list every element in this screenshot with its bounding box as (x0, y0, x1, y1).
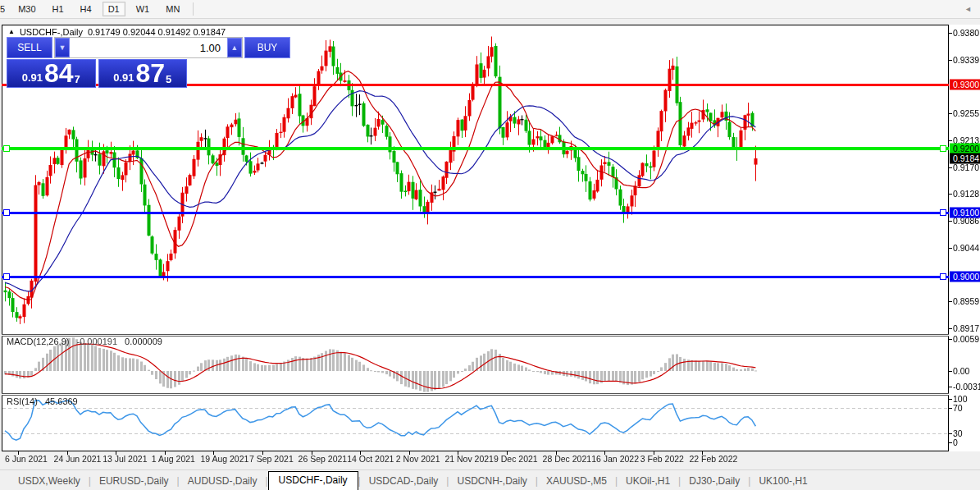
price-tick-mark (949, 221, 952, 222)
indicator-tick-mark (949, 399, 952, 400)
macd-signal-value: 0.000009 (125, 337, 162, 346)
hline-0.9000[interactable] (2, 276, 949, 278)
price-tick-mark (949, 248, 952, 249)
support-price-label: 0.9100 (950, 208, 980, 218)
price-tick-label: 0.8917 (953, 323, 979, 333)
chart-title-row: ▲ USDCHF-,Daily 0.91749 0.92044 0.91492 … (8, 27, 226, 37)
date-label: 13 Jul 2021 (103, 454, 147, 464)
sell-price-pip: 7 (75, 74, 80, 85)
date-label: 24 Jun 2021 (54, 454, 102, 464)
date-label: 16 Jan 2022 (591, 454, 639, 464)
indicator-tick-mark (949, 371, 952, 372)
price-tick-label: 0.9128 (953, 189, 979, 199)
hline-handle[interactable] (3, 273, 10, 280)
chart-symbol-title: USDCHF-,Daily (20, 27, 83, 37)
date-label: 3 Feb 2022 (640, 454, 684, 464)
current-price-label: 0.9184 (950, 153, 980, 164)
price-tick-mark (949, 60, 952, 61)
price-tick-mark (949, 140, 952, 141)
price-tick-mark (949, 167, 952, 168)
sell-price-big: 84 (44, 61, 74, 85)
price-tick-label: 0.9380 (953, 28, 979, 38)
date-label: 9 Dec 2021 (494, 454, 538, 464)
buy-price-prefix: 0.91 (113, 70, 134, 86)
resistance-price-label: 0.9300 (950, 80, 980, 90)
date-label: 26 Sep 2021 (299, 454, 348, 464)
hline-handle[interactable] (940, 273, 946, 280)
buy-price-big: 87 (135, 61, 165, 85)
date-label: 14 Oct 2021 (347, 454, 394, 464)
price-tick-label: 0.9255 (953, 108, 979, 118)
volume-group: ▼ ▲ (54, 37, 243, 58)
hline-0.9200[interactable] (2, 147, 949, 150)
indicator-tick-label: 0.0059 (953, 334, 979, 344)
indicator-tick-label: 70 (953, 403, 963, 413)
price-tick-label: 0.9170 (953, 163, 979, 172)
mt4-terminal: { "toolbar": { "cut_label": "5", "timefr… (0, 0, 980, 490)
hline-0.9100[interactable] (2, 212, 949, 214)
sell-button[interactable]: SELL (7, 37, 52, 58)
volume-increase-icon[interactable]: ▲ (227, 38, 242, 57)
indicator-tick-label: 0.00 (953, 366, 969, 376)
macd-indicator-label: MACD(12,26,9) -0.000191 0.000009 (7, 337, 162, 346)
volume-input[interactable] (70, 38, 227, 57)
chart-ohlc-values: 0.91749 0.92044 0.91492 0.91847 (88, 27, 226, 37)
hline-handle[interactable] (940, 209, 946, 216)
date-label: 1 Aug 2021 (152, 454, 195, 464)
indicator-tick-mark (949, 408, 952, 409)
sell-price-panel[interactable]: 0.91847 (7, 59, 96, 88)
macd-name: MACD(12,26,9) (7, 337, 69, 346)
rsi-name: RSI(14) (7, 396, 38, 406)
price-tick-mark (949, 301, 952, 302)
hline-handle[interactable] (940, 145, 946, 152)
indicator-tick-label: -0.0031 (953, 382, 980, 392)
volume-decrease-icon[interactable]: ▼ (55, 38, 70, 57)
hline-handle[interactable] (3, 209, 10, 216)
indicator-tick-mark (949, 339, 952, 340)
date-label: 6 Jun 2021 (5, 454, 48, 464)
price-tick-mark (949, 194, 952, 195)
price-tick-mark (949, 33, 952, 34)
price-tick-label: 0.9044 (953, 243, 979, 253)
sell-price-prefix: 0.91 (22, 70, 43, 86)
buy-button[interactable]: BUY (244, 37, 290, 58)
date-label: 21 Nov 2021 (444, 454, 494, 464)
date-label: 2 Nov 2021 (396, 454, 440, 464)
hline-handle[interactable] (3, 145, 10, 152)
rsi-indicator-label: RSI(14) 45.6369 (7, 396, 78, 406)
date-label: 22 Feb 2022 (689, 454, 737, 464)
one-click-trading-widget: SELL ▼ ▲ BUY 0.91847 0.91875 (7, 37, 187, 88)
price-tick-label: 0.8959 (953, 296, 979, 306)
date-axis[interactable]: 6 Jun 202124 Jun 202113 Jul 20211 Aug 20… (2, 451, 949, 469)
indicator-tick-mark (949, 442, 952, 443)
collapse-panel-icon[interactable]: ▲ (8, 29, 15, 35)
macd-main-value: -0.000191 (76, 337, 117, 346)
indicator-tick-mark (949, 387, 952, 387)
date-label: 7 Sep 2021 (249, 454, 294, 464)
date-label: 28 Dec 2021 (543, 454, 592, 464)
price-tick-mark (949, 113, 952, 114)
date-label: 19 Aug 2021 (200, 454, 248, 464)
indicator-tick-label: 0 (953, 437, 958, 447)
support2-price-label: 0.9000 (950, 272, 980, 282)
rsi-value: 45.6369 (45, 396, 78, 406)
buy-price-panel[interactable]: 0.91875 (98, 59, 188, 88)
rsi-panel-divider[interactable] (2, 393, 949, 396)
buy-price-pip: 5 (166, 74, 171, 85)
indicator-tick-mark (949, 433, 952, 434)
price-tick-label: 0.9339 (953, 55, 979, 65)
price-tick-mark (949, 328, 952, 329)
